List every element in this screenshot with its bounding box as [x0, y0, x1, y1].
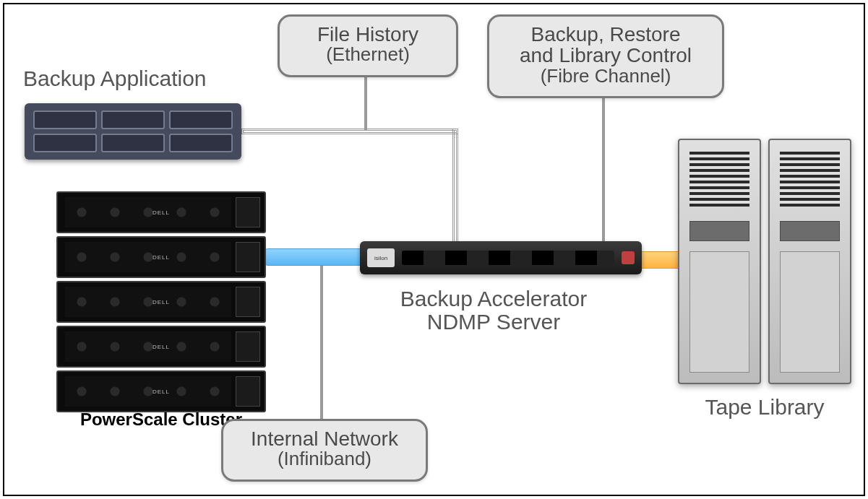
tape-vents: [780, 150, 840, 207]
file-history-title: File History: [296, 24, 440, 45]
backup-restore-box: Backup, Restore and Library Control (Fib…: [487, 14, 724, 98]
tape-unit: [678, 139, 761, 384]
backup-application-label: Backup Application: [23, 67, 207, 90]
cluster-node: DELL: [56, 281, 266, 323]
tape-unit: [768, 139, 851, 384]
dell-logo: DELL: [152, 344, 170, 350]
cluster-node: DELL: [56, 191, 266, 233]
powerscale-cluster-text: PowerScale Cluster: [80, 409, 242, 429]
dell-logo: DELL: [152, 209, 170, 216]
tape-slot: [689, 221, 749, 241]
powerscale-cluster-label: PowerScale Cluster: [78, 410, 244, 428]
drive-bay: [101, 110, 165, 129]
file-history-box: File History (Ethernet): [278, 14, 458, 77]
powerscale-cluster: DELL DELL DELL DELL DELL: [56, 191, 266, 412]
cluster-node: DELL: [56, 370, 266, 412]
tape-panel: [689, 251, 749, 373]
drive-bay: [33, 110, 97, 129]
tape-library-label: Tape Library: [681, 396, 848, 419]
fc-connector: [602, 92, 605, 257]
infiniband-connector: [320, 257, 323, 420]
tape-vents: [689, 150, 749, 207]
dell-logo: DELL: [152, 299, 170, 305]
tape-panel: [780, 251, 840, 373]
isilon-badge: isilon: [367, 248, 395, 267]
internal-network-sub: (Infiniband): [239, 449, 410, 469]
file-history-sub: (Ethernet): [296, 45, 440, 64]
drive-bay: [101, 134, 165, 152]
backup-application-server: [25, 103, 241, 160]
internal-network-box: Internal Network (Infiniband): [221, 419, 428, 482]
backup-application-text: Backup Application: [23, 66, 207, 90]
tape-slot: [780, 221, 840, 241]
backup-accelerator: isilon: [360, 241, 642, 274]
backup-restore-sub: (Fibre Channel): [505, 66, 706, 86]
accel-led-icon: [622, 251, 635, 264]
cluster-node: DELL: [56, 326, 266, 368]
accel-vents: [402, 251, 614, 265]
dell-logo: DELL: [152, 389, 170, 395]
drive-bay: [169, 110, 233, 129]
ethernet-cable-h1: [241, 129, 458, 134]
backup-accelerator-line2: NDMP Server: [427, 310, 560, 334]
ethernet-cable-v1: [452, 129, 458, 259]
internal-network-title: Internal Network: [239, 428, 410, 449]
cluster-node: DELL: [56, 236, 266, 278]
backup-restore-title: Backup, Restore and Library Control: [505, 24, 706, 66]
dell-logo: DELL: [152, 254, 170, 261]
backup-accelerator-label: Backup Accelerator NDMP Server: [356, 287, 631, 333]
drive-bay: [33, 134, 97, 152]
file-history-connector: [364, 77, 367, 130]
backup-accelerator-line1: Backup Accelerator: [400, 287, 587, 311]
tape-library: [678, 139, 851, 384]
drive-bay: [169, 134, 233, 152]
tape-library-text: Tape Library: [705, 395, 824, 419]
